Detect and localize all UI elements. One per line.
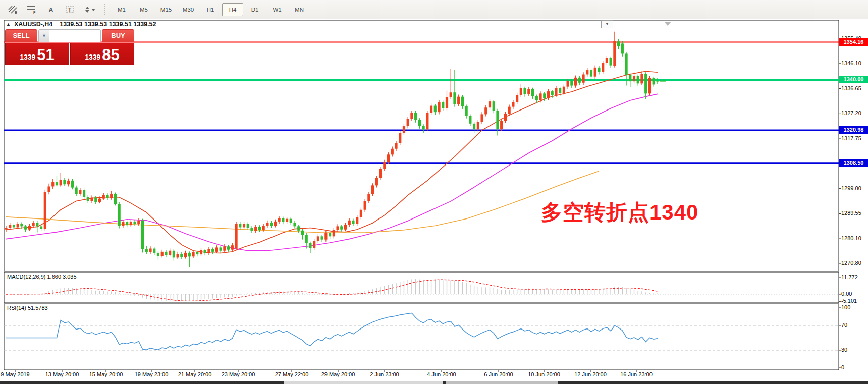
candle-body <box>637 76 639 84</box>
timeframe-button-h1[interactable]: H1 <box>200 3 221 16</box>
candle-body <box>44 192 46 229</box>
candle-body <box>364 201 366 210</box>
candle-body <box>9 225 11 228</box>
candle-body <box>387 154 390 162</box>
candle-body <box>450 92 452 97</box>
candle-body <box>165 252 167 255</box>
volume-input[interactable] <box>49 30 101 42</box>
label-tool-icon[interactable]: T <box>64 4 77 15</box>
candle-body <box>118 204 121 226</box>
scroll-to-end-icon[interactable] <box>664 22 671 26</box>
rsi-tick-0: 0 <box>841 364 844 370</box>
volume-down-button[interactable]: ▼ <box>39 30 49 42</box>
text-tool-icon[interactable]: A <box>44 4 58 15</box>
price-tick-1289.55: 1289.55 <box>841 210 861 216</box>
ask-price[interactable]: 1339 85 <box>70 43 134 65</box>
timeframe-button-d1[interactable]: D1 <box>244 3 265 16</box>
buy-button[interactable]: BUY <box>102 29 134 42</box>
time-tick: 29 May 20:00 <box>321 371 355 377</box>
candle-body <box>403 126 405 133</box>
symbol-timeframe-label: XAUUSD-,H4 <box>14 21 52 28</box>
ask-price-big: 85 <box>102 47 119 63</box>
timeframe-button-h4[interactable]: H4 <box>222 3 243 16</box>
candle-body <box>215 247 218 251</box>
arrows-tool-icon[interactable] <box>83 4 96 15</box>
candle-body <box>547 91 550 98</box>
price-tick-1317.75: 1317.75 <box>841 135 861 141</box>
candle-body <box>270 223 273 226</box>
timeframe-button-w1[interactable]: W1 <box>266 3 288 16</box>
bid-price-big: 51 <box>37 47 54 63</box>
candle-body <box>610 58 612 66</box>
sell-button[interactable]: SELL <box>5 29 37 42</box>
fibonacci-tool-icon[interactable]: F <box>25 4 38 15</box>
candle-body <box>352 221 354 224</box>
candle-body <box>422 126 425 130</box>
candle-body <box>24 226 27 229</box>
candle-body <box>477 122 479 129</box>
candle-body <box>629 75 631 82</box>
candle-body <box>211 249 214 252</box>
candle-body <box>500 121 503 129</box>
candle-body <box>586 70 588 74</box>
candle-body <box>493 101 495 111</box>
macd-tick-11.772: 11.772 <box>841 274 858 280</box>
candle-body <box>594 68 596 77</box>
candle-body <box>391 149 394 155</box>
candle-body <box>71 181 74 188</box>
time-tick: 19 May 23:00 <box>135 371 169 377</box>
candle-body <box>469 116 471 124</box>
chart-dropdown-button[interactable]: ▼ <box>601 20 613 28</box>
time-tick: 2 Jun 23:00 <box>370 371 399 377</box>
candle-body <box>153 249 155 253</box>
candle-body <box>169 251 171 255</box>
time-tick: 4 Jun 20:00 <box>427 371 456 377</box>
candle-body <box>567 81 569 87</box>
candle-body <box>375 178 378 186</box>
ohlc-values: 1339.53 1339.53 1339.51 1339.52 <box>60 21 156 28</box>
candle-body <box>177 254 179 257</box>
chart-canvas[interactable] <box>0 19 868 384</box>
time-tick: 13 May 20:00 <box>45 371 79 377</box>
time-tick: 16 Jun 23:00 <box>620 371 653 377</box>
collapse-panel-icon[interactable]: ▲ <box>6 22 11 27</box>
timeframe-button-mn[interactable]: MN <box>289 3 310 16</box>
time-tick: 9 May 2019 <box>1 371 29 377</box>
price-tick-1346.10: 1346.10 <box>841 60 861 66</box>
candle-body <box>40 226 42 229</box>
lines-tool-icon[interactable]: E <box>6 4 19 15</box>
candle-body <box>94 198 97 202</box>
candle-body <box>293 223 296 226</box>
candle-body <box>508 107 511 114</box>
timeframe-button-m30[interactable]: M30 <box>178 3 199 16</box>
bottom-strip-segment <box>284 381 443 384</box>
candle-body <box>258 227 261 230</box>
time-tick: 21 May 20:00 <box>178 371 212 377</box>
candle-body <box>555 88 557 95</box>
candle-body <box>329 233 331 236</box>
timeframe-button-m15[interactable]: M15 <box>155 3 177 16</box>
price-badge-1320.98: 1320.98 <box>839 126 868 134</box>
candle-body <box>235 224 237 248</box>
candle-body <box>520 88 522 95</box>
candle-body <box>321 236 323 239</box>
candle-body <box>32 223 35 226</box>
candle-body <box>231 245 234 249</box>
bid-price-small: 1339 <box>20 51 35 63</box>
candle-body <box>539 93 541 100</box>
bid-price[interactable]: 1339 51 <box>5 43 69 65</box>
price-tick-1299.00: 1299.00 <box>841 185 861 191</box>
timeframe-button-m1[interactable]: M1 <box>111 3 132 16</box>
time-tick: 10 Jun 20:00 <box>528 371 560 377</box>
timeframe-button-m5[interactable]: M5 <box>133 3 154 16</box>
price-tick-1336.65: 1336.65 <box>841 85 861 91</box>
candle-body <box>383 162 386 169</box>
candle-body <box>83 190 85 197</box>
candle-body <box>543 93 546 98</box>
candle-body <box>87 197 89 201</box>
ask-price-small: 1339 <box>85 51 100 63</box>
candle-body <box>333 230 335 237</box>
candle-body <box>527 89 530 94</box>
candle-body <box>188 253 191 256</box>
candle-body <box>17 224 19 227</box>
